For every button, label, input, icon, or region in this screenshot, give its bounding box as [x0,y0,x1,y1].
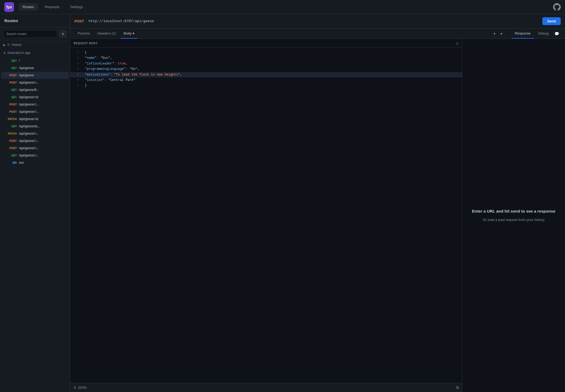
format-label: JSON [78,386,86,390]
response-panel: Enter a URL and hit send to see a respon… [462,39,565,392]
sidebar-title: Routes [0,14,70,28]
route-item[interactable]: POST/api/geese [1,72,69,79]
route-path: /api/geese/:i... [19,81,39,84]
detected-section-header[interactable]: ▼ Detected in app [0,49,70,57]
route-path: /api/geese/:i... [19,154,39,157]
method-badge: GET [6,59,17,62]
routes-list: GET/GET/api/geesePOST/api/geesePOST/api/… [0,57,70,166]
history-chevron-icon: ▶ [3,43,5,46]
code-line-7: 7 ▾ } [70,83,462,88]
response-empty-title: Enter a URL and hit send to see a respon… [472,208,556,214]
search-input[interactable] [3,30,57,38]
format-arrows-icon: ⇅ [73,386,76,390]
method-badge: GET [6,96,17,99]
body-footer: ⇅ JSON ⧉ [70,383,462,392]
route-item[interactable]: PATCH/api/geese/:id [1,115,69,122]
add-route-button[interactable]: + [59,30,67,38]
topnav: fpx Routes Requests Settings [0,0,565,14]
chevron-down-icon[interactable]: ▾ [499,30,504,38]
copy-button[interactable]: ⧉ [456,385,459,390]
route-item[interactable]: POST/api/geese/:i... [1,145,69,152]
method-badge: POST [6,110,17,113]
code-line-4: 4 ▾ "programmingLanguage": "Go", [70,66,462,72]
code-line-5: 5 ▾ "motivations": "To lead the flock to… [70,72,462,77]
nav-settings[interactable]: Settings [66,3,87,11]
route-item[interactable]: GET/api/geese [1,64,69,71]
response-empty-state: Enter a URL and hit send to see a respon… [462,39,565,392]
route-item[interactable]: POST/api/geese/:i... [1,108,69,115]
method-badge: PATCH [6,132,17,135]
body-panel: REQUEST BODY ◇ 1 ▾ { 2 ▾ "name": "Gus", [70,39,462,392]
route-path: /api/geese/:i... [19,132,39,135]
code-line-6: 6 ▾ "location": "Central Park" [70,77,462,83]
route-path: /api/geese/:i... [19,110,39,114]
response-empty-subtitle: Or load a past request from your history [483,217,544,223]
sidebar-section: ▶ ⏱ History ▼ Detected in app GET/GET/ap… [0,41,70,392]
route-path: /api/geese/fl... [19,88,39,92]
route-item[interactable]: GET/api/geese/fl... [1,86,69,93]
route-path: /api/geese/:i... [19,139,39,143]
search-bar: + [0,28,70,41]
route-path: /api/geese [19,73,34,77]
tab-body[interactable]: Body [120,29,137,39]
method-badge: GET [6,154,17,157]
route-item[interactable]: POST/api/geese/:i... [1,79,69,86]
main-layout: Routes + ▶ ⏱ History ▼ Detected in app G… [0,14,565,392]
route-path: /api/geese/la... [19,124,40,128]
route-item[interactable]: GET/ [1,57,69,64]
request-method: POST [75,19,85,23]
request-tabs-row: Params Headers (1) Body ✦ ▾ Response Deb… [70,29,565,39]
detected-label: Detected in app [8,51,30,55]
method-badge: POST [6,74,17,77]
sidebar: Routes + ▶ ⏱ History ▼ Detected in app G… [0,14,70,392]
history-section-header[interactable]: ▶ ⏱ History [0,41,70,49]
route-item[interactable]: PATCH/api/geese/:i... [1,130,69,137]
body-section-label: REQUEST BODY [73,42,98,45]
route-path: / [19,59,20,63]
route-item[interactable]: GET/api/geese/:id [1,94,69,101]
route-path: /api/geese/:i... [19,146,39,150]
method-badge: POST [6,147,17,150]
tab-headers[interactable]: Headers (1) [94,29,119,39]
code-editor[interactable]: 1 ▾ { 2 ▾ "name": "Gus", 3 ▾ "isFlockL [70,48,462,383]
method-badge: PATCH [6,118,17,121]
history-clock-icon: ⏱ [7,43,10,46]
method-badge: POST [6,81,17,84]
format-button[interactable]: ⇅ JSON [73,386,86,390]
code-line-3: 3 ▾ "isFlockLeader": true, [70,61,462,66]
code-line-1: 1 ▾ { [70,50,462,55]
method-badge: GET [6,67,17,70]
route-item[interactable]: WS/ws [1,159,69,166]
github-icon[interactable] [553,3,561,11]
app-logo: fpx [4,2,14,12]
panels: REQUEST BODY ◇ 1 ▾ { 2 ▾ "name": "Gus", [70,39,565,392]
body-dot-indicator [133,33,134,34]
nav-requests[interactable]: Requests [40,3,64,11]
send-button[interactable]: Send [542,17,561,25]
route-path: /ws [19,161,24,165]
route-path: /api/geese/:i... [19,103,39,106]
tab-params[interactable]: Params [75,29,93,39]
route-path: /api/geese/:id [19,117,38,121]
route-path: /api/geese [19,66,34,70]
detected-chevron-icon: ▼ [3,52,6,54]
method-badge: WS [6,161,17,164]
tab-response[interactable]: Response [512,29,534,39]
route-item[interactable]: POST/api/geese/:i... [1,101,69,108]
chat-icon[interactable]: 💬 [553,30,561,38]
nav-routes[interactable]: Routes [18,3,38,11]
method-badge: POST [6,139,17,142]
history-label: History [12,43,22,47]
request-bar: POST Send [70,14,565,29]
url-input[interactable] [89,19,539,23]
magic-wand-icon[interactable]: ✦ [491,30,498,38]
diamond-icon[interactable]: ◇ [456,41,459,45]
method-badge: GET [6,88,17,91]
body-header: REQUEST BODY ◇ [70,39,462,48]
content-area: POST Send Params Headers (1) Body ✦ ▾ Re… [70,14,565,392]
route-item[interactable]: POST/api/geese/:i... [1,137,69,144]
route-item[interactable]: GET/api/geese/la... [1,123,69,130]
route-item[interactable]: GET/api/geese/:i... [1,152,69,159]
method-badge: POST [6,103,17,106]
tab-debug[interactable]: Debug [535,29,552,39]
